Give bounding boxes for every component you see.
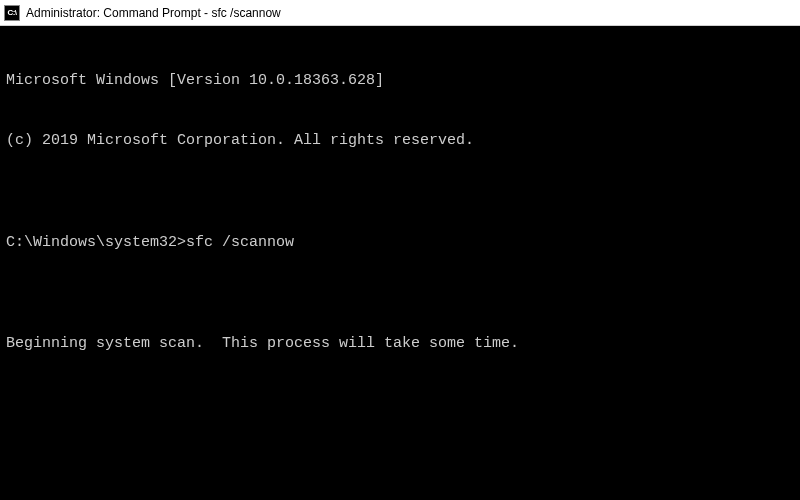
- window-titlebar: C:\ Administrator: Command Prompt - sfc …: [0, 0, 800, 26]
- version-line: Microsoft Windows [Version 10.0.18363.62…: [6, 71, 794, 91]
- status-line: Beginning system scan. This process will…: [6, 334, 794, 354]
- prompt-path: C:\Windows\system32>: [6, 234, 186, 251]
- terminal-output[interactable]: Microsoft Windows [Version 10.0.18363.62…: [0, 26, 800, 500]
- copyright-line: (c) 2019 Microsoft Corporation. All righ…: [6, 131, 794, 151]
- prompt-line: C:\Windows\system32>sfc /scannow: [6, 233, 794, 253]
- cmd-icon: C:\: [4, 5, 20, 21]
- window-title: Administrator: Command Prompt - sfc /sca…: [26, 6, 281, 20]
- entered-command: sfc /scannow: [186, 234, 294, 251]
